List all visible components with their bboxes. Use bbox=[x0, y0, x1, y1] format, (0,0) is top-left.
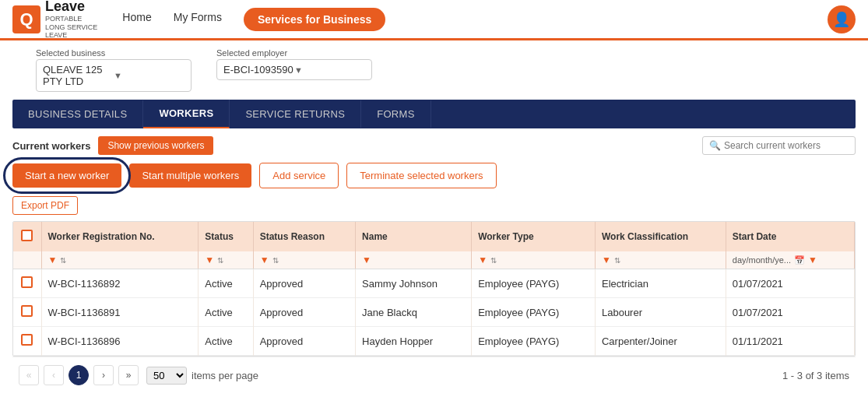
date-placeholder-text: day/month/ye... bbox=[733, 255, 791, 265]
col-start-date: Start Date bbox=[726, 222, 854, 251]
calendar-icon[interactable]: 📅 bbox=[794, 255, 805, 265]
search-box[interactable]: 🔍 bbox=[702, 136, 856, 155]
start-new-worker-wrapper: Start a new worker bbox=[12, 163, 121, 188]
filter-reason-icon[interactable]: ▼ bbox=[260, 255, 269, 265]
business-dropdown[interactable]: QLEAVE 125 PTY LTD ▼ bbox=[36, 59, 192, 92]
col-registration: Worker Registration No. bbox=[41, 222, 199, 251]
tab-workers[interactable]: WORKERS bbox=[143, 100, 230, 128]
nav-my-forms[interactable]: My Forms bbox=[174, 8, 222, 31]
filter-cell-worker-type: ▼ ⇅ bbox=[472, 251, 596, 269]
cell-registration: W-BCI-1136896 bbox=[41, 327, 199, 356]
search-input[interactable] bbox=[724, 140, 849, 151]
prev-page-button[interactable]: ‹ bbox=[44, 365, 64, 385]
items-per-page-section: 50 25 100 items per page bbox=[146, 367, 258, 385]
row-select-checkbox[interactable] bbox=[21, 305, 33, 317]
search-icon: 🔍 bbox=[709, 140, 721, 151]
cell-status-reason: Approved bbox=[253, 298, 355, 327]
row-checkbox-cell bbox=[13, 298, 41, 327]
export-pdf-button[interactable]: Export PDF bbox=[12, 196, 78, 215]
business-chevron-icon: ▼ bbox=[114, 71, 184, 80]
filter-cell-status: ▼ ⇅ bbox=[199, 251, 253, 269]
logo-q-letter: Q bbox=[12, 5, 40, 33]
page-1-button[interactable]: 1 bbox=[69, 365, 89, 385]
cell-start-date: 01/07/2021 bbox=[726, 269, 854, 298]
table-row: W-BCI-1136896 Active Approved Hayden Hop… bbox=[13, 327, 855, 356]
col-status-reason: Status Reason bbox=[253, 222, 355, 251]
table-row: W-BCI-1136891 Active Approved Jane Black… bbox=[13, 298, 855, 327]
cell-name: Hayden Hopper bbox=[356, 327, 472, 356]
cell-classification: Electrician bbox=[595, 269, 726, 298]
workers-table: Worker Registration No. Status Status Re… bbox=[13, 222, 855, 356]
cell-classification: Labourer bbox=[595, 298, 726, 327]
start-new-worker-button[interactable]: Start a new worker bbox=[12, 163, 121, 188]
nav-home[interactable]: Home bbox=[122, 8, 151, 31]
tab-navigation: BUSINESS DETAILS WORKERS SERVICE RETURNS… bbox=[12, 100, 856, 128]
employer-label: Selected employer bbox=[216, 48, 372, 58]
row-checkbox-cell bbox=[13, 327, 41, 356]
filter-date-icon[interactable]: ▼ bbox=[808, 255, 817, 265]
employer-value: E-BCI-1093590 bbox=[223, 64, 294, 76]
logo-leave-text: Leave bbox=[45, 0, 97, 15]
filter-class-icon[interactable]: ▼ bbox=[602, 255, 611, 265]
cell-worker-type: Employee (PAYG) bbox=[472, 298, 596, 327]
cell-worker-type: Employee (PAYG) bbox=[472, 269, 596, 298]
workers-table-wrapper: Worker Registration No. Status Status Re… bbox=[12, 221, 856, 357]
table-body: W-BCI-1136892 Active Approved Sammy John… bbox=[13, 269, 855, 356]
row-select-checkbox[interactable] bbox=[21, 276, 33, 288]
items-count: 1 - 3 of 3 items bbox=[782, 370, 849, 381]
action-buttons-row: Start a new worker Start multiple worker… bbox=[12, 163, 856, 188]
cell-name: Sammy Johnson bbox=[356, 269, 472, 298]
user-avatar-icon[interactable]: 👤 bbox=[828, 5, 856, 33]
filter-cell-reg: ▼ ⇅ bbox=[41, 251, 199, 269]
export-section: Export PDF bbox=[12, 196, 856, 221]
cell-start-date: 01/07/2021 bbox=[726, 298, 854, 327]
header: Q Leave PORTABLELONG SERVICELEAVE Home M… bbox=[0, 0, 868, 40]
filter-cell-reason: ▼ ⇅ bbox=[253, 251, 355, 269]
select-all-checkbox[interactable] bbox=[21, 230, 33, 241]
table-header-row: Worker Registration No. Status Status Re… bbox=[13, 222, 855, 251]
sort-reg-icon[interactable]: ⇅ bbox=[60, 256, 66, 265]
tab-service-returns[interactable]: SERVICE RETURNS bbox=[230, 100, 361, 128]
col-name: Name bbox=[356, 222, 472, 251]
col-worker-type: Worker Type bbox=[472, 222, 596, 251]
employer-chevron-icon: ▼ bbox=[294, 65, 365, 75]
business-label: Selected business bbox=[36, 48, 192, 58]
table-row: W-BCI-1136892 Active Approved Sammy John… bbox=[13, 269, 855, 298]
filter-cell-name: ▼ bbox=[356, 251, 472, 269]
sort-reason-icon[interactable]: ⇅ bbox=[272, 256, 279, 265]
row-checkbox-cell bbox=[13, 269, 41, 298]
per-page-select[interactable]: 50 25 100 bbox=[146, 367, 187, 385]
start-multiple-workers-button[interactable]: Start multiple workers bbox=[129, 163, 251, 188]
add-service-button[interactable]: Add service bbox=[259, 163, 339, 188]
business-value: QLEAVE 125 PTY LTD bbox=[43, 64, 114, 87]
current-workers-label[interactable]: Current workers bbox=[12, 140, 90, 152]
show-previous-workers-button[interactable]: Show previous workers bbox=[98, 136, 213, 155]
filter-reg-icon[interactable]: ▼ bbox=[48, 255, 58, 265]
sort-status-icon[interactable]: ⇅ bbox=[217, 256, 223, 265]
sort-workertype-icon[interactable]: ⇅ bbox=[490, 256, 497, 265]
logo-subtitle: PORTABLELONG SERVICELEAVE bbox=[45, 15, 97, 40]
filter-workertype-icon[interactable]: ▼ bbox=[478, 255, 487, 265]
cell-registration: W-BCI-1136892 bbox=[41, 269, 199, 298]
nav-services-business[interactable]: Services for Business bbox=[244, 8, 385, 31]
filter-status-icon[interactable]: ▼ bbox=[205, 255, 214, 265]
last-page-button[interactable]: » bbox=[118, 365, 139, 385]
business-selector-group: Selected business QLEAVE 125 PTY LTD ▼ bbox=[36, 48, 192, 92]
employer-dropdown[interactable]: E-BCI-1093590 ▼ bbox=[216, 59, 372, 80]
cell-registration: W-BCI-1136891 bbox=[41, 298, 199, 327]
nav-links: Home My Forms Services for Business bbox=[122, 8, 828, 31]
cell-name: Jane Blackq bbox=[356, 298, 472, 327]
cell-start-date: 01/11/2021 bbox=[726, 327, 854, 356]
filter-name-icon[interactable]: ▼ bbox=[362, 255, 371, 265]
tab-forms[interactable]: FORMS bbox=[361, 100, 430, 128]
terminate-selected-button[interactable]: Terminate selected workers bbox=[346, 163, 496, 188]
tab-business-details[interactable]: BUSINESS DETAILS bbox=[12, 100, 143, 128]
col-classification: Work Classification bbox=[595, 222, 726, 251]
filter-cell-classification: ▼ ⇅ bbox=[595, 251, 726, 269]
first-page-button[interactable]: « bbox=[19, 365, 39, 385]
sort-class-icon[interactable]: ⇅ bbox=[614, 256, 620, 265]
cell-status: Active bbox=[199, 269, 253, 298]
next-page-button[interactable]: › bbox=[93, 365, 114, 385]
cell-status-reason: Approved bbox=[253, 269, 355, 298]
row-select-checkbox[interactable] bbox=[21, 334, 33, 346]
